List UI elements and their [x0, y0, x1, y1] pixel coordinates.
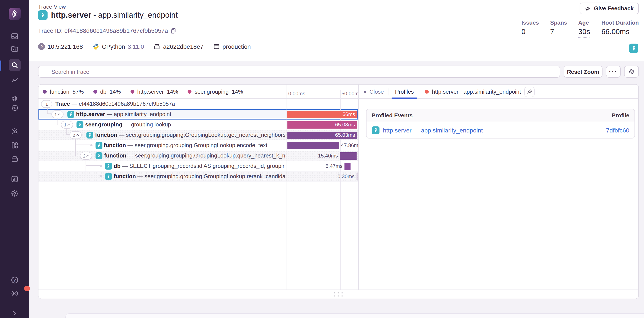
- span-description: http.server — app.similarity_endpoint: [76, 109, 285, 120]
- trace-view-app: ? Trace View http.server - app.similarit…: [0, 0, 644, 318]
- megaphone-icon: [585, 5, 591, 11]
- trace-rows: 1 Trace — ef44188d60c1496a89b1767cf9b505…: [38, 99, 358, 290]
- reset-zoom-button[interactable]: Reset Zoom: [564, 66, 602, 78]
- span-name: app.similarity_endpoint: [98, 10, 178, 19]
- trace-row[interactable]: 1 Trace — ef44188d60c1496a89b1767cf9b505…: [38, 99, 358, 109]
- tab-profiles[interactable]: Profiles: [394, 85, 415, 99]
- trace-row[interactable]: 1 http.server — app.similarity_endpoint …: [38, 109, 358, 120]
- legend-item: http.server 14%: [130, 88, 178, 95]
- page-title: Trace View: [38, 3, 66, 10]
- duration-label: 65.08ms: [335, 121, 355, 129]
- dashboards-icon[interactable]: [8, 139, 20, 152]
- span-description: function — seer.grouping.grouping.Groupi…: [104, 151, 285, 161]
- detail-tabs: ×Close Profiles http.server - app.simila…: [358, 85, 638, 99]
- profile-id-link[interactable]: 7dfbfc60: [606, 127, 629, 134]
- trace-row[interactable]: function — seer.grouping.grouping.Groupi…: [38, 140, 358, 151]
- flask-span-icon: [96, 152, 102, 159]
- flask-span-icon: [105, 173, 112, 180]
- chevron-up-icon: [76, 134, 79, 137]
- row-waterfall: 5.47ms: [286, 161, 358, 171]
- trace-row[interactable]: 2 function — seer.grouping.grouping.Grou…: [38, 130, 358, 140]
- trace-row[interactable]: db — SELECT grouping_records.id AS group…: [38, 161, 358, 171]
- search-input[interactable]: [38, 66, 560, 78]
- flask-span-icon: [68, 111, 74, 118]
- more-options-button[interactable]: ···: [606, 66, 621, 78]
- platform-flask-icon: [629, 44, 638, 53]
- issues-icon[interactable]: [8, 30, 20, 42]
- duration-label: 5.47ms: [326, 163, 342, 170]
- explore-search-icon[interactable]: [8, 59, 20, 71]
- alerts-icon[interactable]: [8, 126, 20, 138]
- bottom-drawer-edge[interactable]: [65, 313, 644, 318]
- trace-row[interactable]: 2 function — seer.grouping.grouping.Grou…: [38, 151, 358, 161]
- axis-tick-start: 0.00ms: [288, 91, 305, 97]
- sidebar: ?: [0, 0, 29, 318]
- trace-row[interactable]: function — seer.grouping.grouping.Groupi…: [38, 171, 358, 182]
- span-duration-bar[interactable]: 66ms: [286, 111, 357, 118]
- span-duration-bar[interactable]: 65.08ms: [288, 121, 357, 129]
- duration-label: 66ms: [342, 111, 355, 118]
- stat-age: Age 30s: [578, 19, 590, 37]
- stats-icon[interactable]: [8, 173, 20, 185]
- detail-panel-divider[interactable]: [358, 85, 359, 290]
- legend-item: seer.grouping 14%: [188, 88, 243, 95]
- trace-stats: Issues 0 Spans 7 Age 30s Root Duration 6…: [522, 19, 639, 37]
- col-profiled-events: Profiled Events: [372, 112, 412, 119]
- span-description: function — seer.grouping.grouping.Groupi…: [95, 130, 285, 140]
- projects-icon[interactable]: [8, 43, 20, 55]
- give-feedback-button[interactable]: Give Feedback: [580, 2, 639, 14]
- settings-icon[interactable]: [8, 187, 20, 199]
- duration-label: 0.30ms: [338, 173, 355, 180]
- duration-label: 15.40ms: [318, 152, 338, 160]
- svg-text:?: ?: [13, 278, 16, 282]
- span-duration-bar[interactable]: [340, 152, 356, 160]
- tree-waterfall-divider[interactable]: [286, 85, 287, 290]
- metrics-icon[interactable]: [8, 75, 20, 87]
- release-chip[interactable]: a2622dbe18e7: [154, 43, 204, 50]
- pin-icon: [527, 89, 532, 95]
- tab-divider: [388, 88, 389, 95]
- drag-handle[interactable]: [334, 292, 343, 297]
- expand-sidebar-icon[interactable]: [8, 307, 20, 318]
- active-nav-indicator: [0, 60, 1, 71]
- releases-icon[interactable]: [8, 153, 20, 165]
- trace-row[interactable]: 1 seer.grouping — grouping lookup 65.08m…: [38, 120, 358, 130]
- time-axis: 0.00ms 50.00ms: [286, 85, 358, 99]
- span-duration-bar[interactable]: [356, 173, 358, 180]
- environment-chip[interactable]: production: [213, 43, 251, 50]
- row-waterfall: 0.30ms: [286, 171, 358, 182]
- span-description: function — seer.grouping.grouping.Groupi…: [104, 140, 285, 151]
- row-expand-pill[interactable]: 1: [41, 100, 52, 108]
- flask-project-icon: [38, 10, 48, 20]
- trace-settings-button[interactable]: [624, 66, 639, 78]
- pin-tab-button[interactable]: [524, 87, 535, 97]
- row-expand-pill[interactable]: 1: [52, 111, 64, 118]
- col-profile: Profile: [612, 112, 629, 119]
- chevron-up-icon: [86, 155, 89, 158]
- span-description: function — seer.grouping.grouping.Groupi…: [114, 171, 285, 182]
- flask-span-icon: [76, 121, 84, 128]
- span-duration-bar[interactable]: [288, 142, 339, 149]
- duration-label: 47.86ms: [341, 142, 358, 149]
- trace-id: Trace ID: ef44188d60c1496a89b1767cf9b505…: [38, 27, 176, 34]
- profiled-events-table: Profiled Events Profile http.server — ap…: [366, 109, 635, 139]
- trace-panel: function 57% db 14% http.server 14% seer…: [38, 84, 639, 299]
- span-duration-bar[interactable]: 65.03ms: [288, 132, 357, 139]
- replays-icon[interactable]: [8, 102, 20, 114]
- whats-new-broadcast-icon[interactable]: [8, 287, 20, 300]
- close-tab-button[interactable]: ×Close: [363, 88, 384, 95]
- row-waterfall: 47.86ms: [286, 140, 358, 151]
- trace-title: http.server - app.similarity_endpoint: [51, 10, 178, 20]
- runtime-chip[interactable]: CPython 3.11.0: [92, 43, 144, 50]
- meta-tags-row: ? 10.5.221.168 CPython 3.11.0 a2622dbe18…: [38, 43, 251, 50]
- row-expand-pill[interactable]: 1: [61, 121, 73, 129]
- copy-icon[interactable]: [170, 28, 176, 34]
- span-duration-bar[interactable]: [345, 163, 350, 170]
- selected-span-tab[interactable]: http.server - app.similarity_endpoint: [425, 88, 521, 95]
- row-expand-pill[interactable]: 2: [70, 131, 82, 139]
- profiled-event-link[interactable]: http.server — app.similarity_endpoint: [372, 126, 483, 134]
- user-ip-chip[interactable]: ? 10.5.221.168: [38, 43, 83, 50]
- sentry-logo[interactable]: [8, 8, 20, 20]
- help-icon[interactable]: ?: [8, 274, 20, 286]
- row-expand-pill[interactable]: 2: [80, 152, 92, 160]
